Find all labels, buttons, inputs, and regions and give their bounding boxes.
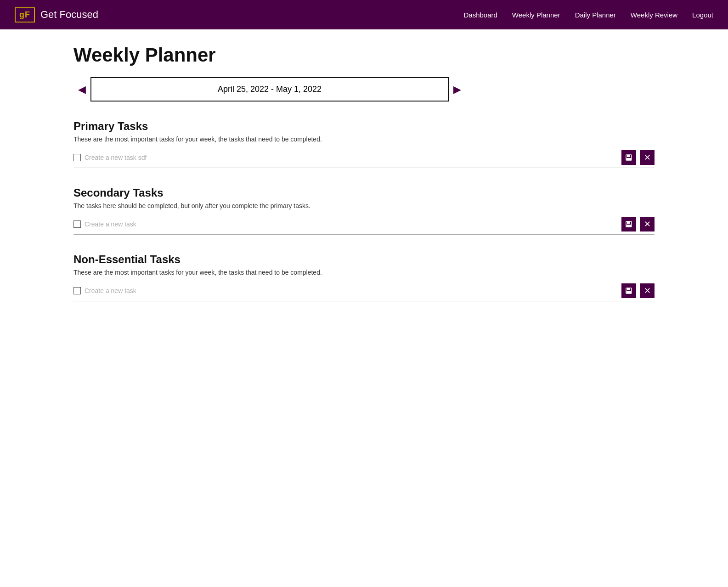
nav-links: DashboardWeekly PlannerDaily PlannerWeek… <box>463 11 713 19</box>
main-content: Weekly Planner ◀ April 25, 2022 - May 1,… <box>0 29 728 334</box>
task-save-button-primary[interactable] <box>621 150 636 165</box>
task-checkbox-primary[interactable] <box>73 154 81 161</box>
task-clear-button-primary[interactable]: ✕ <box>640 150 655 165</box>
svg-rect-5 <box>626 225 631 227</box>
task-input-primary[interactable] <box>85 154 618 161</box>
svg-rect-4 <box>627 221 630 224</box>
save-icon <box>625 154 632 161</box>
task-input-secondary[interactable] <box>85 220 618 228</box>
task-input-non-essential[interactable] <box>85 287 618 294</box>
navbar: gF Get Focused DashboardWeekly PlannerDa… <box>0 0 728 29</box>
close-icon: ✕ <box>644 152 651 163</box>
nav-link-weekly-planner[interactable]: Weekly Planner <box>512 11 560 19</box>
task-save-button-non-essential[interactable] <box>621 283 636 298</box>
app-logo: gF <box>15 7 35 23</box>
section-desc-non-essential: These are the most important tasks for y… <box>73 269 655 276</box>
task-checkbox-non-essential[interactable] <box>73 287 81 294</box>
svg-rect-7 <box>627 288 630 290</box>
task-save-button-secondary[interactable] <box>621 217 636 231</box>
task-clear-button-non-essential[interactable]: ✕ <box>640 283 655 298</box>
date-navigator: ◀ April 25, 2022 - May 1, 2022 ▶ <box>73 77 655 102</box>
close-icon: ✕ <box>644 286 651 296</box>
svg-rect-8 <box>626 291 631 294</box>
task-clear-button-secondary[interactable]: ✕ <box>640 217 655 231</box>
nav-link-daily-planner[interactable]: Daily Planner <box>575 11 616 19</box>
task-sections: Primary Tasks These are the most importa… <box>73 120 655 301</box>
task-row-primary: ✕ <box>73 150 655 168</box>
nav-link-logout[interactable]: Logout <box>692 11 713 19</box>
date-range: April 25, 2022 - May 1, 2022 <box>90 77 449 102</box>
task-section-non-essential: Non-Essential Tasks These are the most i… <box>73 253 655 301</box>
next-week-button[interactable]: ▶ <box>449 81 466 98</box>
section-desc-primary: These are the most important tasks for y… <box>73 135 655 143</box>
close-icon: ✕ <box>644 219 651 229</box>
page-title: Weekly Planner <box>73 44 655 66</box>
prev-week-button[interactable]: ◀ <box>73 81 90 98</box>
task-row-secondary: ✕ <box>73 217 655 235</box>
save-icon <box>625 220 632 228</box>
section-title-non-essential: Non-Essential Tasks <box>73 253 655 266</box>
task-section-primary: Primary Tasks These are the most importa… <box>73 120 655 168</box>
svg-rect-1 <box>627 155 630 157</box>
task-row-non-essential: ✕ <box>73 283 655 301</box>
svg-rect-2 <box>626 158 631 160</box>
task-section-secondary: Secondary Tasks The tasks here should be… <box>73 186 655 235</box>
app-title: Get Focused <box>40 9 98 21</box>
nav-link-weekly-review[interactable]: Weekly Review <box>631 11 677 19</box>
section-title-secondary: Secondary Tasks <box>73 186 655 199</box>
save-icon <box>625 287 632 294</box>
section-title-primary: Primary Tasks <box>73 120 655 133</box>
nav-link-dashboard[interactable]: Dashboard <box>463 11 497 19</box>
section-desc-secondary: The tasks here should be completed, but … <box>73 202 655 209</box>
task-checkbox-secondary[interactable] <box>73 220 81 228</box>
